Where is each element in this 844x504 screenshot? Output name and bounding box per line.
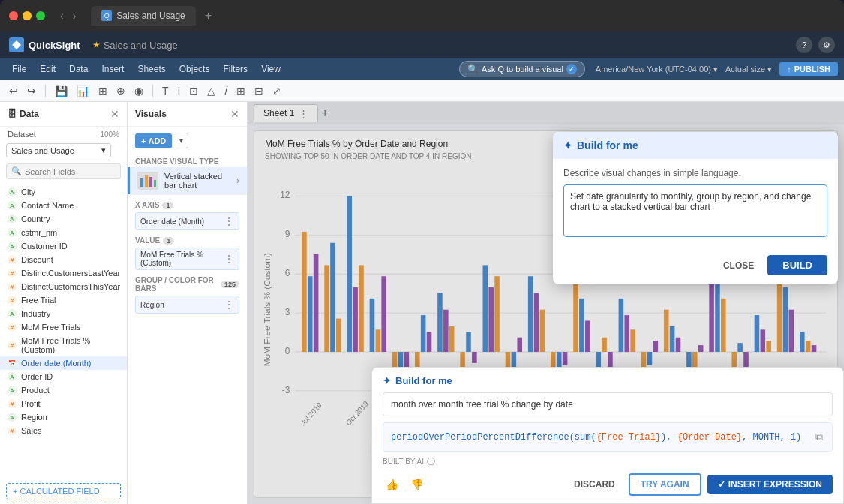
search-icon: 🔍 <box>11 166 22 176</box>
x-axis-more-icon[interactable]: ⋮ <box>224 215 234 227</box>
field-profit[interactable]: # Profit <box>0 397 127 410</box>
field-distinct-this-year[interactable]: # DistinctCustomersThisYear <box>0 280 127 293</box>
sheet-tabs: Sheet 1 ⋮ + <box>248 102 844 124</box>
chart-button[interactable]: 📊 <box>74 82 92 99</box>
field-distinct-last-year[interactable]: # DistinctCustomersLastYear <box>0 266 127 280</box>
thumbs-down-button[interactable]: 👎 <box>407 477 426 492</box>
publish-button[interactable]: ↑ PUBLISH <box>779 62 838 76</box>
data-types-button[interactable]: ⊕ <box>113 82 128 99</box>
field-region[interactable]: A Region <box>0 410 127 424</box>
menu-objects[interactable]: Objects <box>173 62 216 76</box>
add-visual-button[interactable]: + ADD <box>135 134 172 148</box>
forward-button[interactable]: › <box>70 8 80 23</box>
doc-title-area: ★ Sales and Usage <box>92 40 178 51</box>
menu-edit[interactable]: Edit <box>34 62 62 76</box>
visuals-panel-close-button[interactable]: ✕ <box>230 108 239 120</box>
line-button[interactable]: / <box>221 82 230 99</box>
data-panel-close-button[interactable]: ✕ <box>110 108 119 120</box>
save-button[interactable]: 💾 <box>52 82 71 99</box>
add-label: ADD <box>148 136 166 146</box>
ai-info-icon[interactable]: ⓘ <box>427 456 435 467</box>
expr-free-trial: {Free Trial} <box>596 432 661 442</box>
back-button[interactable]: ‹ <box>57 8 67 23</box>
field-name: Sales <box>21 426 42 435</box>
field-order-id[interactable]: A Order ID <box>0 370 127 383</box>
popup-body: Describe visual changes in simple langua… <box>553 159 838 249</box>
group-more-icon[interactable]: ⋮ <box>224 298 234 310</box>
filter-button[interactable]: ⊞ <box>95 82 110 99</box>
field-mom-free-trials[interactable]: # MoM Free Trials <box>0 320 127 334</box>
menu-filters[interactable]: Filters <box>217 62 254 76</box>
popup-build-button[interactable]: BUILD <box>767 255 827 275</box>
timezone-selector[interactable]: America/New York (UTC-04:00) ▾ <box>596 64 718 74</box>
field-sales[interactable]: # Sales <box>0 424 127 437</box>
popup-textarea[interactable]: Set date granularity to monthly, group b… <box>563 184 827 237</box>
field-icon-hash: # <box>8 322 17 332</box>
field-order-date[interactable]: 📅 Order date (Month) <box>0 356 127 370</box>
menu-file[interactable]: File <box>6 62 32 76</box>
close-traffic-light[interactable] <box>9 11 18 20</box>
text-button[interactable]: T <box>159 82 172 99</box>
help-button[interactable]: ? <box>796 37 812 53</box>
popup-header: ✦ Build for me <box>553 132 838 159</box>
bottom-panel-search-input[interactable] <box>383 392 833 416</box>
doc-title-text: Sales and Usage <box>104 40 178 51</box>
try-again-button[interactable]: TRY AGAIN <box>629 473 701 496</box>
sheet-tab-menu-icon[interactable]: ⋮ <box>299 108 308 119</box>
popup-close-button[interactable]: CLOSE <box>716 255 761 275</box>
sheet-tab-1[interactable]: Sheet 1 ⋮ <box>254 104 318 122</box>
undo-button[interactable]: ↩ <box>6 82 21 99</box>
field-customer-id[interactable]: A Customer ID <box>0 239 127 253</box>
menu-view[interactable]: View <box>255 62 287 76</box>
svg-rect-70 <box>698 345 704 352</box>
marker-button[interactable]: ◉ <box>131 82 146 99</box>
shape-button[interactable]: △ <box>204 82 218 99</box>
field-icon-hash: # <box>8 426 17 435</box>
settings-button[interactable]: ⚙ <box>818 37 835 53</box>
field-city[interactable]: A City <box>0 185 127 199</box>
new-tab-button[interactable]: + <box>205 9 212 22</box>
copy-expression-button[interactable]: ⧉ <box>814 429 824 445</box>
svg-rect-75 <box>737 343 743 352</box>
field-discount[interactable]: # Discount <box>0 253 127 266</box>
field-mom-free-trials-custom[interactable]: # MoM Free Trials % (Custom) <box>0 334 127 356</box>
field-country[interactable]: A Country <box>0 212 127 226</box>
menu-insert[interactable]: Insert <box>95 62 130 76</box>
quicksight-svg-icon <box>11 40 22 50</box>
expand-button[interactable]: ⤢ <box>269 82 284 99</box>
grid-button[interactable]: ⊞ <box>233 82 248 99</box>
add-sheet-button[interactable]: + <box>321 106 328 120</box>
calculated-field-button[interactable]: + CALCULATED FIELD <box>6 483 121 500</box>
dataset-selector[interactable]: Sales and Usage ▾ <box>6 143 111 158</box>
svg-rect-42 <box>488 287 494 352</box>
minimize-traffic-light[interactable] <box>23 11 32 20</box>
value-field-item[interactable]: MoM Free Trials % (Custom) ⋮ <box>135 248 239 270</box>
insert-expression-button[interactable]: ✓ INSERT EXPRESSION <box>707 475 833 494</box>
redo-button[interactable]: ↪ <box>24 82 39 99</box>
svg-rect-79 <box>766 340 771 352</box>
data-panel: 🗄 Data ✕ Dataset 100% Sales and Usage ▾ … <box>0 102 128 504</box>
visual-type-selector[interactable]: Vertical stacked bar chart › <box>128 167 247 194</box>
field-industry[interactable]: A Industry <box>0 307 127 320</box>
field-cstmr-nm[interactable]: A cstmr_nm <box>0 226 127 239</box>
sheet-area: Sheet 1 ⋮ + MoM Free Trials % by Order D… <box>248 102 844 504</box>
table-button[interactable]: ⊟ <box>251 82 266 99</box>
discard-button[interactable]: DISCARD <box>566 475 623 494</box>
browser-tab[interactable]: Q Sales and Usage <box>91 6 195 26</box>
group-field-item[interactable]: Region ⋮ <box>135 296 239 314</box>
field-free-trial[interactable]: # Free Trial <box>0 293 127 307</box>
image-button[interactable]: ⊡ <box>186 82 201 99</box>
ask-q-button[interactable]: 🔍 Ask Q to build a visual ✓ <box>459 61 585 77</box>
actual-size-button[interactable]: Actual size ▾ <box>725 64 772 74</box>
field-search-input[interactable] <box>25 167 116 176</box>
value-more-icon[interactable]: ⋮ <box>224 253 234 265</box>
thumbs-up-button[interactable]: 👍 <box>383 477 401 492</box>
menu-sheets[interactable]: Sheets <box>131 62 171 76</box>
menu-data[interactable]: Data <box>63 62 94 76</box>
add-visual-dropdown[interactable]: ▾ <box>175 133 188 148</box>
x-axis-field-item[interactable]: Order date (Month) ⋮ <box>135 212 239 230</box>
maximize-traffic-light[interactable] <box>36 11 45 20</box>
italic-button[interactable]: I <box>175 82 184 99</box>
field-contact-name[interactable]: A Contact Name <box>0 199 127 212</box>
field-product[interactable]: A Product <box>0 383 127 397</box>
